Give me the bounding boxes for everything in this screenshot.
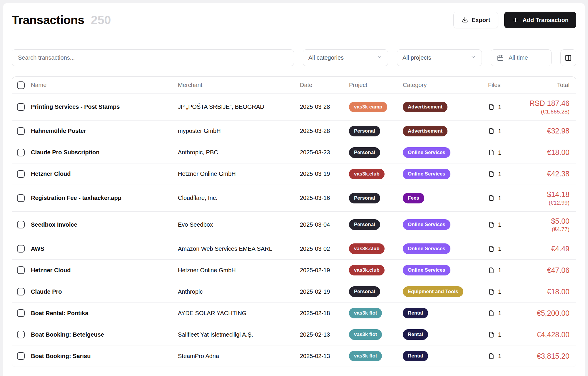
add-transaction-label: Add Transaction <box>522 17 569 24</box>
select-all-checkbox[interactable] <box>17 81 25 89</box>
table-row[interactable]: Claude Pro Subscription Anthropic, PBC 2… <box>12 142 576 163</box>
files-cell[interactable]: 1 <box>488 221 520 228</box>
project-badge[interactable]: Personal <box>349 219 380 230</box>
files-cell[interactable]: 1 <box>488 171 520 178</box>
category-badge[interactable]: Online Services <box>403 243 450 254</box>
table-row[interactable]: Seedbox Invoice Evo Seedbox 2025-03-04 P… <box>12 212 576 238</box>
total-amount: €18.00 <box>520 148 569 157</box>
total-converted-amount: (€4.77) <box>520 226 569 233</box>
row-checkbox[interactable] <box>17 288 25 295</box>
category-badge[interactable]: Online Services <box>403 219 450 230</box>
category-badge[interactable]: Rental <box>403 329 428 340</box>
column-header-files[interactable]: Files <box>488 82 520 88</box>
row-checkbox[interactable] <box>17 309 25 317</box>
files-cell[interactable]: 1 <box>488 245 520 252</box>
categories-filter[interactable]: All categories <box>303 49 388 66</box>
files-cell[interactable]: 1 <box>488 195 520 202</box>
row-checkbox[interactable] <box>17 149 25 156</box>
projects-filter[interactable]: All projects <box>397 49 482 66</box>
table-row[interactable]: Registration Fee - taxhacker.app Cloudfl… <box>12 185 576 212</box>
category-badge[interactable]: Fees <box>403 193 424 203</box>
project-badge[interactable]: Personal <box>349 147 380 158</box>
files-cell[interactable]: 1 <box>488 352 520 360</box>
column-header-project[interactable]: Project <box>349 82 403 88</box>
search-input[interactable] <box>12 49 294 66</box>
row-checkbox[interactable] <box>17 194 25 202</box>
file-icon <box>488 331 495 338</box>
table-row[interactable]: Boat Booking: Betelgeuse Sailfleet Yat I… <box>12 324 576 345</box>
chevron-down-icon <box>377 54 382 61</box>
total-amount: €42.38 <box>520 170 569 178</box>
category-badge[interactable]: Rental <box>403 351 428 361</box>
project-badge[interactable]: vas3k.club <box>349 265 385 275</box>
row-checkbox[interactable] <box>17 103 25 111</box>
project-badge[interactable]: Personal <box>349 193 380 203</box>
transaction-date: 2025-03-23 <box>300 149 349 156</box>
transaction-name: Hetzner Cloud <box>31 171 178 177</box>
table-row[interactable]: Hetzner Cloud Hetzner Online GmbH 2025-0… <box>12 163 576 185</box>
column-header-merchant[interactable]: Merchant <box>178 82 300 88</box>
table-row[interactable]: Boat Rental: Pontika AYDE SOLAR YACHTING… <box>12 303 576 324</box>
row-checkbox[interactable] <box>17 245 25 253</box>
row-checkbox[interactable] <box>17 170 25 178</box>
files-cell[interactable]: 1 <box>488 267 520 274</box>
category-badge[interactable]: Online Services <box>403 169 450 179</box>
project-badge[interactable]: vas3k camp <box>349 102 387 112</box>
total-amount: €18.00 <box>520 288 569 296</box>
transaction-date: 2025-02-18 <box>300 310 349 317</box>
column-header-date[interactable]: Date <box>300 82 349 88</box>
date-range-filter[interactable]: All time <box>491 49 552 66</box>
files-cell[interactable]: 1 <box>488 103 520 111</box>
category-badge[interactable]: Online Services <box>403 147 450 158</box>
transactions-count: 250 <box>91 13 111 27</box>
total-cell: €42.38 <box>520 170 569 178</box>
project-badge[interactable]: Personal <box>349 126 380 136</box>
table-row[interactable]: Boat Booking: Sarisu SteamPro Adria 2025… <box>12 345 576 367</box>
row-checkbox[interactable] <box>17 221 25 228</box>
transaction-merchant: Amazon Web Services EMEA SARL <box>178 245 300 252</box>
files-cell[interactable]: 1 <box>488 288 520 295</box>
project-badge[interactable]: vas3k.club <box>349 243 385 254</box>
files-count: 1 <box>498 195 502 202</box>
transaction-name: Boat Booking: Sarisu <box>31 353 178 360</box>
table-row[interactable]: Printing Services - Post Stamps JP „POŠT… <box>12 94 576 121</box>
column-settings-button[interactable] <box>560 49 576 66</box>
table-row[interactable]: AWS Amazon Web Services EMEA SARL 2025-0… <box>12 238 576 260</box>
column-header-category[interactable]: Category <box>403 82 488 88</box>
transaction-date: 2025-02-19 <box>300 288 349 295</box>
column-header-total[interactable]: Total <box>520 82 569 88</box>
column-header-name[interactable]: Name <box>31 82 178 88</box>
project-badge[interactable]: vas3k flot <box>349 329 382 340</box>
project-badge[interactable]: vas3k flot <box>349 308 382 318</box>
table-row[interactable]: Hahnemühle Poster myposter GmbH 2025-03-… <box>12 121 576 142</box>
files-count: 1 <box>498 245 502 252</box>
table-row[interactable]: Hetzner Cloud Hetzner Online GmbH 2025-0… <box>12 260 576 281</box>
row-checkbox[interactable] <box>17 331 25 338</box>
files-cell[interactable]: 1 <box>488 331 520 338</box>
total-cell: €3,815.20 <box>520 352 569 360</box>
project-badge[interactable]: vas3k.club <box>349 169 385 179</box>
category-badge[interactable]: Advertisement <box>403 126 447 136</box>
total-amount: $14.18 <box>520 190 569 199</box>
project-badge[interactable]: Personal <box>349 286 380 297</box>
category-badge[interactable]: Equipment and Tools <box>403 286 463 297</box>
export-button[interactable]: Export <box>453 12 498 28</box>
files-cell[interactable]: 1 <box>488 149 520 156</box>
table-header-row: Name Merchant Date Project Category File… <box>12 77 576 94</box>
category-badge[interactable]: Online Services <box>403 265 450 275</box>
transaction-date: 2025-03-16 <box>300 195 349 201</box>
project-badge[interactable]: vas3k flot <box>349 351 382 361</box>
export-label: Export <box>472 17 490 24</box>
files-cell[interactable]: 1 <box>488 128 520 135</box>
files-cell[interactable]: 1 <box>488 310 520 317</box>
total-amount: €4.49 <box>520 245 569 253</box>
page-header: Transactions 250 Export Add Transaction <box>12 12 576 28</box>
row-checkbox[interactable] <box>17 127 25 135</box>
row-checkbox[interactable] <box>17 352 25 360</box>
row-checkbox[interactable] <box>17 266 25 274</box>
category-badge[interactable]: Advertisement <box>403 102 447 112</box>
total-converted-amount: (€12.99) <box>520 200 569 206</box>
category-badge[interactable]: Rental <box>403 308 428 318</box>
table-row[interactable]: Claude Pro Anthropic 2025-02-19 Personal… <box>12 281 576 303</box>
add-transaction-button[interactable]: Add Transaction <box>504 12 576 28</box>
